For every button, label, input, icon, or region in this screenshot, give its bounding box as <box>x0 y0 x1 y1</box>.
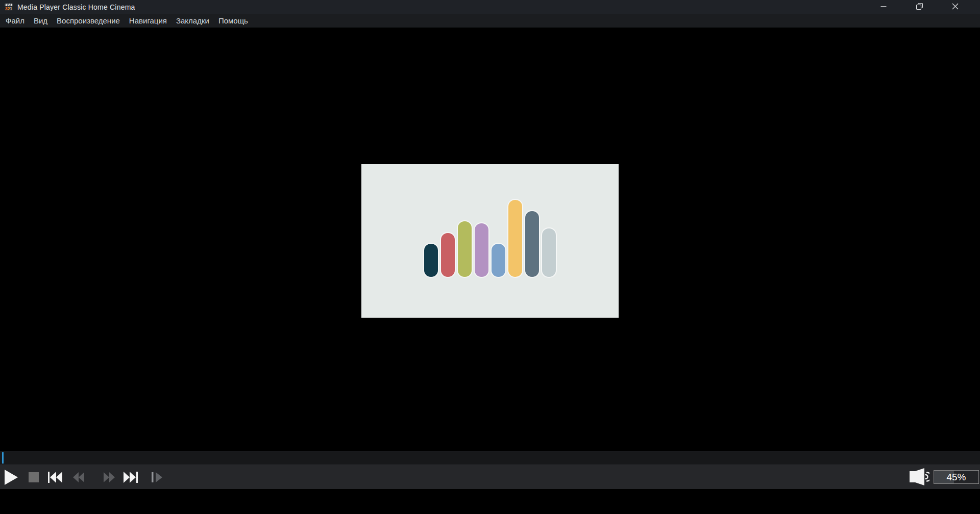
skip-next-icon <box>124 472 138 483</box>
menu-item-favorites[interactable]: Закладки <box>172 14 214 28</box>
skip-previous-icon <box>48 472 62 483</box>
skip-previous-button[interactable] <box>48 472 62 483</box>
media-bar-blue <box>492 244 505 277</box>
app-icon: 321 <box>5 3 13 11</box>
media-bar-dark-teal <box>424 244 438 277</box>
media-bar-red <box>441 233 455 277</box>
media-bar-amber <box>508 200 522 277</box>
mpc-hc-window: 321 Media Player Classic Home Cinema <box>0 0 980 514</box>
bottom-strip <box>0 489 980 514</box>
seek-bar[interactable] <box>0 451 980 465</box>
menu-bar: Файл Вид Воспроизведение Навигация Закла… <box>0 14 980 28</box>
rewind-icon <box>73 472 85 482</box>
volume-percent: 45% <box>934 471 978 483</box>
media-bars <box>424 200 556 277</box>
close-icon <box>952 3 959 12</box>
fast-forward-button[interactable] <box>104 472 115 482</box>
album-art <box>361 164 619 318</box>
title-bar: 321 Media Player Classic Home Cinema <box>0 0 980 14</box>
menu-item-file[interactable]: Файл <box>1 14 29 28</box>
menu-item-help[interactable]: Помощь <box>214 14 253 28</box>
restore-icon <box>916 3 923 12</box>
skip-next-button[interactable] <box>124 472 138 483</box>
restore-button[interactable] <box>908 0 931 14</box>
svg-text:321: 321 <box>5 6 12 11</box>
menu-item-navigate[interactable]: Навигация <box>125 14 172 28</box>
stop-icon <box>29 472 39 482</box>
play-button[interactable] <box>5 470 18 485</box>
media-bar-pale-gray <box>542 228 556 277</box>
menu-item-play[interactable]: Воспроизведение <box>52 14 125 28</box>
menu-item-view[interactable]: Вид <box>29 14 52 28</box>
stop-button[interactable] <box>29 472 39 482</box>
minimize-button[interactable] <box>872 0 895 14</box>
window-controls <box>872 0 967 14</box>
volume-controls: 45% <box>909 467 979 488</box>
window-title: Media Player Classic Home Cinema <box>17 3 135 11</box>
transport-toolbar: 45% <box>0 465 980 489</box>
media-bar-olive <box>458 221 472 277</box>
play-icon <box>5 470 18 485</box>
frame-step-icon <box>152 472 162 482</box>
speaker-icon[interactable] <box>909 467 929 488</box>
volume-slider[interactable]: 45% <box>934 470 979 484</box>
video-area[interactable] <box>0 28 980 451</box>
seek-cursor[interactable] <box>2 452 4 464</box>
close-button[interactable] <box>943 0 967 14</box>
minimize-icon <box>880 3 887 12</box>
media-bar-slate <box>525 211 539 277</box>
media-bar-lilac <box>475 223 488 277</box>
fast-forward-icon <box>104 472 115 482</box>
rewind-button[interactable] <box>73 472 85 482</box>
frame-step-button[interactable] <box>152 472 162 482</box>
